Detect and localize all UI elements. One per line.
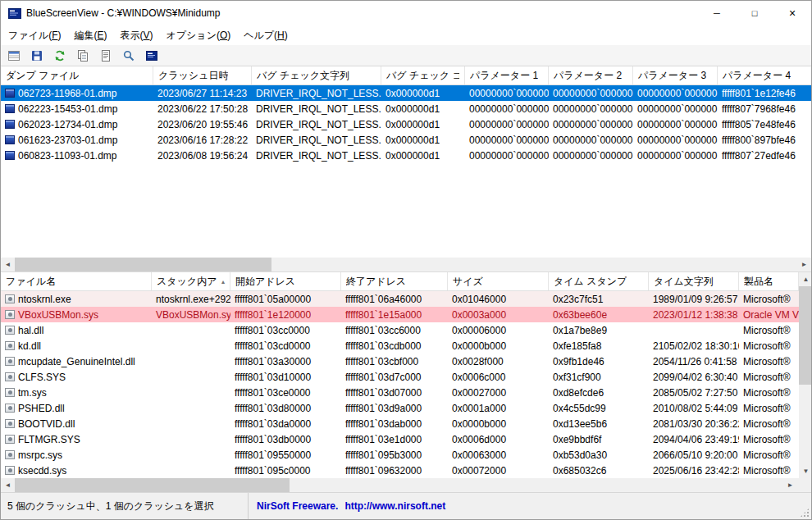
column-header[interactable]: タイム文字列 (649, 272, 739, 290)
top-hscroll-track[interactable] (15, 258, 797, 271)
cell: fffff801`09550000 (230, 447, 341, 463)
menu-item[interactable]: ヘルプ(H) (237, 25, 294, 45)
column-header[interactable]: バグ チェック コード (381, 66, 465, 84)
cell: 0x000000d1 (381, 101, 465, 116)
table-row[interactable]: BOOTVID.dllfffff801`03da0000fffff801`03d… (1, 416, 799, 431)
column-header[interactable]: タイム スタンプ (549, 272, 649, 290)
cell: fffff801`03d80000 (230, 400, 341, 416)
cell: 0x685032c6 (549, 463, 649, 478)
table-row[interactable]: 062723-11968-01.dmp2023/06/27 11:14:23DR… (1, 85, 811, 101)
dump-file-icon (5, 104, 15, 113)
scroll-left-arrow-icon[interactable]: ◄ (1, 258, 15, 271)
scroll-right-arrow-icon[interactable]: ► (797, 258, 811, 271)
minimize-button[interactable]: ─ (698, 1, 736, 25)
column-header[interactable]: パラメーター 2 (549, 66, 633, 84)
column-header[interactable]: パラメーター 4 (718, 66, 811, 84)
cell: DRIVER_IRQL_NOT_LESS... (252, 116, 381, 132)
cell: FLTMGR.SYS (1, 431, 152, 447)
menu-item[interactable]: 編集(E) (67, 25, 113, 45)
bottom-horizontal-scrollbar[interactable]: ◄ ► (1, 478, 797, 492)
table-row[interactable]: FLTMGR.SYSfffff801`03db0000fffff801`03e1… (1, 431, 799, 447)
table-row[interactable]: hal.dllfffff801`03cc0000fffff801`03cc600… (1, 322, 799, 338)
refresh-icon[interactable] (49, 47, 70, 65)
cell: fffff801`03cbf000 (341, 354, 448, 369)
cell: 0x0006c000 (448, 369, 549, 385)
cell: 2085/05/02 7:27:50 (649, 385, 739, 400)
scrollbar-corner (797, 478, 811, 492)
find-icon[interactable] (118, 47, 139, 65)
properties-icon[interactable] (95, 47, 116, 65)
cell: Microsoft® (739, 322, 799, 338)
cell: VBoxUSBMon.sys (1, 307, 152, 322)
table-row[interactable]: msrpc.sysfffff801`09550000fffff801`095b3… (1, 447, 799, 463)
table-row[interactable]: PSHED.dllfffff801`03d80000fffff801`03d9a… (1, 400, 799, 416)
table-row[interactable]: 062023-12734-01.dmp2023/06/20 19:55:46DR… (1, 116, 811, 132)
column-header[interactable]: 終了アドレス (341, 272, 448, 290)
table-row[interactable]: VBoxUSBMon.sysVBoxUSBMon.sys...fffff801`… (1, 307, 799, 322)
table-row[interactable]: ntoskrnl.exentoskrnl.exe+292577fffff801`… (1, 291, 799, 307)
cell: mcupdate_GenuineIntel.dll (1, 354, 152, 369)
cell: 00000000`000000... (465, 116, 549, 132)
top-horizontal-scrollbar[interactable]: ◄ ► (1, 258, 811, 271)
cell: 2023/06/22 17:50:28 (153, 101, 252, 116)
drivers-vscroll-track[interactable] (799, 286, 812, 464)
column-header[interactable]: ファイル名 (1, 272, 152, 290)
advanced-options-icon[interactable] (3, 47, 24, 65)
table-row[interactable]: CLFS.SYSfffff801`03d10000fffff801`03d7c0… (1, 369, 799, 385)
column-header[interactable]: サイズ (448, 272, 549, 290)
column-header[interactable]: 開始アドレス (230, 272, 341, 290)
scroll-down-arrow-icon[interactable]: ▼ (799, 464, 812, 478)
drivers-vertical-scrollbar[interactable]: ▲ ▼ (799, 272, 812, 478)
scroll-left-arrow-icon[interactable]: ◄ (1, 478, 15, 492)
bottom-hscroll-track[interactable] (15, 478, 783, 492)
column-header[interactable]: スタック内アド...▴ (152, 272, 230, 290)
cell: 2023/06/16 17:28:22 (153, 132, 252, 148)
cell (152, 463, 230, 478)
top-hscroll-thumb[interactable] (15, 258, 271, 271)
cell: 0x1a7be8e9 (549, 322, 649, 338)
cell: DRIVER_IRQL_NOT_LESS... (252, 101, 381, 116)
cell: 2105/02/02 18:30:16 (649, 338, 739, 354)
table-row[interactable]: 060823-11093-01.dmp2023/06/08 19:56:24DR… (1, 148, 811, 163)
table-row[interactable]: ksecdd.sysfffff801`095c0000fffff801`0963… (1, 463, 799, 478)
table-row[interactable]: 061623-23703-01.dmp2023/06/16 17:28:22DR… (1, 132, 811, 148)
table-row[interactable]: mcupdate_GenuineIntel.dllfffff801`03a300… (1, 354, 799, 369)
nirsoft-url-link[interactable]: http://www.nirsoft.net (344, 500, 445, 512)
cell: VBoxUSBMon.sys... (152, 307, 230, 322)
dump-file-icon (5, 120, 15, 129)
cell: fffff801`095b3000 (341, 447, 448, 463)
cell: fffff801`03e1d000 (341, 431, 448, 447)
column-header[interactable]: バグ チェック文字列 (252, 66, 381, 84)
cell (152, 431, 230, 447)
bottom-hscroll-thumb[interactable] (15, 478, 290, 492)
crash-list-pane: ダンプ ファイルクラッシュ日時バグ チェック文字列バグ チェック コードパラメー… (1, 66, 811, 271)
scroll-right-arrow-icon[interactable]: ► (783, 478, 797, 492)
menu-item[interactable]: オプション(O) (160, 25, 238, 45)
column-header[interactable]: 製品名 (739, 272, 799, 290)
drivers-vscroll-thumb[interactable] (799, 286, 812, 385)
column-header[interactable]: パラメーター 3 (633, 66, 718, 84)
cell: 2025/06/16 23:42:28 (649, 463, 739, 478)
save-icon[interactable] (26, 47, 47, 65)
title-bar[interactable]: BlueScreenView - C:¥WINDOWS¥Minidump ─ □… (1, 1, 811, 25)
column-header[interactable]: パラメーター 1 (465, 66, 549, 84)
copy-icon[interactable] (72, 47, 93, 65)
menu-item[interactable]: ファイル(F) (2, 25, 67, 45)
menu-item[interactable]: 表示(V) (113, 25, 159, 45)
maximize-button[interactable]: □ (736, 1, 773, 25)
blue-screen-icon[interactable] (141, 47, 162, 65)
column-header[interactable]: ダンプ ファイル (1, 66, 153, 84)
cell: 2023/06/20 19:55:46 (153, 116, 252, 132)
driver-table: ファイル名スタック内アド...▴開始アドレス終了アドレスサイズタイム スタンプタ… (1, 272, 799, 478)
table-row[interactable]: 062223-15453-01.dmp2023/06/22 17:50:28DR… (1, 101, 811, 116)
column-header[interactable]: クラッシュ日時 (153, 66, 252, 84)
cell: fffff801`06a46000 (341, 291, 448, 307)
cell: 0x0003a000 (448, 307, 549, 322)
cell: fffff801`03cc6000 (341, 322, 448, 338)
close-button[interactable]: × (773, 1, 811, 25)
table-row[interactable]: kd.dllfffff801`03cd0000fffff801`03cdb000… (1, 338, 799, 354)
scroll-up-arrow-icon[interactable]: ▲ (799, 272, 812, 286)
table-row[interactable]: tm.sysfffff801`03ce0000fffff801`03d07000… (1, 385, 799, 400)
toolbar (1, 45, 811, 66)
cell: 0x0028f000 (448, 354, 549, 369)
